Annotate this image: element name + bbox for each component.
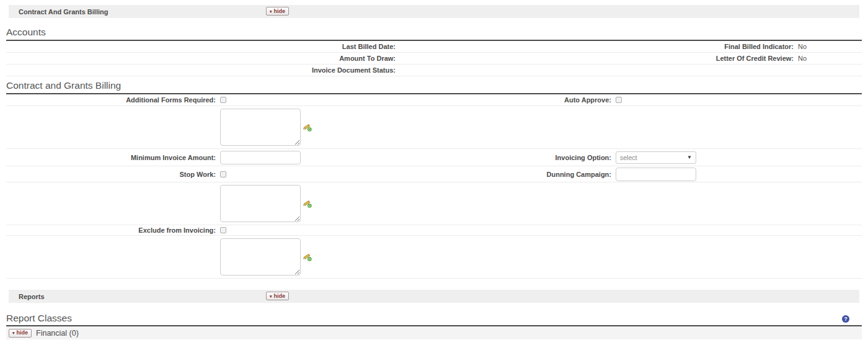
last-billed-date-label: Last Billed Date: <box>6 43 396 50</box>
expand-textarea-icon[interactable] <box>303 123 312 132</box>
final-billed-indicator-value: No <box>794 43 862 50</box>
hide-button-reports[interactable]: ▾ hide <box>266 292 289 300</box>
hide-button-label: hide <box>17 330 29 336</box>
hide-button-financial[interactable]: ▾ hide <box>9 329 32 338</box>
amount-to-draw-label: Amount To Draw: <box>6 55 396 62</box>
row-exclude-from-invoicing: Exclude from Invoicing: <box>6 225 862 236</box>
panel-title-contract-and-grants-billing: Contract And Grants Billing <box>9 8 108 16</box>
report-classes-section: Report Classes ? ▾ hide Financial (0) <box>6 303 862 339</box>
report-classes-heading-row: Report Classes ? <box>6 303 862 326</box>
contract-and-grants-billing-heading: Contract and Grants Billing <box>6 76 862 94</box>
additional-forms-required-label: Additional Forms Required: <box>6 96 216 104</box>
hide-button-label: hide <box>274 9 286 14</box>
report-class-row-financial: ▾ hide Financial (0) <box>6 326 862 339</box>
exclude-from-invoicing-checkbox[interactable] <box>220 227 226 233</box>
letter-of-credit-review-value: No <box>794 55 862 62</box>
expand-textarea-icon[interactable] <box>303 200 312 208</box>
accounts-section: Accounts Last Billed Date: Final Billed … <box>6 18 862 76</box>
row-exclude-invoicing-textarea <box>6 236 862 279</box>
dunning-campaign-input[interactable] <box>616 168 696 181</box>
invoicing-option-select[interactable]: select ▼ <box>616 151 696 164</box>
exclude-from-invoicing-label: Exclude from Invoicing: <box>6 226 216 234</box>
collapse-arrow-icon: ▾ <box>270 9 272 14</box>
report-class-label: Financial (0) <box>36 329 79 338</box>
minimum-invoice-amount-input[interactable] <box>220 151 301 164</box>
help-icon-glyph: ? <box>844 316 848 322</box>
letter-of-credit-review-label: Letter Of Credit Review: <box>445 55 794 62</box>
invoicing-option-label: Invoicing Option: <box>406 154 611 161</box>
panel-title-reports: Reports <box>9 293 45 300</box>
collapse-arrow-icon: ▾ <box>270 294 272 298</box>
accounts-row-amount-to-draw: Amount To Draw: Letter Of Credit Review:… <box>6 53 862 65</box>
select-dropdown-arrow-icon: ▼ <box>687 155 692 160</box>
report-classes-heading: Report Classes <box>6 313 72 324</box>
row-additional-forms-auto-approve: Additional Forms Required: Auto Approve: <box>6 94 862 106</box>
auto-approve-label: Auto Approve: <box>406 96 611 104</box>
stop-work-label: Stop Work: <box>6 171 216 178</box>
additional-forms-description-textarea[interactable] <box>220 109 301 146</box>
collapse-arrow-icon: ▾ <box>12 331 15 335</box>
accounts-row-invoice-document-status: Invoice Document Status: <box>6 65 862 76</box>
hide-button-contract-and-grants-billing[interactable]: ▾ hide <box>266 7 289 16</box>
minimum-invoice-amount-label: Minimum Invoice Amount: <box>6 154 216 161</box>
stop-work-checkbox[interactable] <box>220 171 226 177</box>
contract-and-grants-billing-section: Contract and Grants Billing Additional F… <box>6 76 862 279</box>
invoice-document-status-label: Invoice Document Status: <box>6 66 396 74</box>
row-additional-forms-textarea <box>6 106 862 149</box>
exclude-from-invoicing-reason-textarea[interactable] <box>220 238 301 276</box>
panel-header-reports: Reports ▾ hide <box>9 290 859 303</box>
final-billed-indicator-label: Final Billed Indicator: <box>445 43 794 50</box>
stop-work-reason-textarea[interactable] <box>220 185 301 222</box>
invoicing-option-selected-value: select <box>620 154 637 161</box>
auto-approve-checkbox[interactable] <box>616 97 622 103</box>
hide-button-label: hide <box>274 293 286 299</box>
row-stop-work-textarea <box>6 182 862 225</box>
accounts-row-last-billed-date: Last Billed Date: Final Billed Indicator… <box>6 41 862 53</box>
row-minimum-invoice-invoicing-option: Minimum Invoice Amount: Invoicing Option… <box>6 149 862 166</box>
dunning-campaign-label: Dunning Campaign: <box>406 171 611 178</box>
panel-header-contract-and-grants-billing: Contract And Grants Billing ▾ hide <box>9 5 859 18</box>
expand-textarea-icon[interactable] <box>303 253 312 261</box>
accounts-heading: Accounts <box>6 18 862 41</box>
row-stop-work-dunning-campaign: Stop Work: Dunning Campaign: <box>6 166 862 182</box>
additional-forms-required-checkbox[interactable] <box>220 97 226 103</box>
help-icon[interactable]: ? <box>842 315 849 323</box>
